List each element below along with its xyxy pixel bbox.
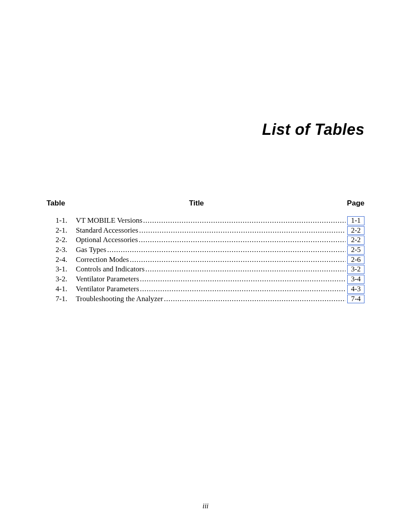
dot-leader (138, 226, 346, 235)
entry-title: Troubleshooting the Analyzer (76, 295, 163, 303)
entry-page-link[interactable]: 7-4 (347, 295, 364, 304)
entry-number: 3-1. (47, 265, 67, 274)
toc-row: 2-1. Standard Accessories 2-2 (47, 226, 364, 235)
dot-leader (145, 265, 346, 274)
entry-page-link[interactable]: 2-2 (347, 226, 364, 235)
entry-page-link[interactable]: 2-2 (347, 236, 364, 245)
toc-row: 2-3. Gas Types 2-5 (47, 246, 364, 255)
header-page: Page (339, 199, 364, 208)
entry-number: 4-1. (47, 285, 67, 293)
entry-title: Correction Modes (76, 255, 129, 264)
page-title: List of Tables (47, 0, 364, 139)
entry-number: 2-2. (47, 236, 67, 244)
entry-number: 7-1. (47, 295, 67, 303)
entry-title: VT MOBILE Versions (76, 216, 142, 225)
toc-header: Table Title Page (47, 199, 364, 208)
entry-title: Standard Accessories (76, 226, 138, 235)
dot-leader (163, 295, 346, 303)
entry-title: Controls and Indicators (76, 265, 145, 274)
entry-title: Ventilator Parameters (76, 285, 139, 293)
dot-leader (142, 216, 346, 225)
toc-row: 4-1. Ventilator Parameters 4-3 (47, 285, 364, 294)
toc-row: 3-2. Ventilator Parameters 3-4 (47, 275, 364, 284)
toc-row: 2-4. Correction Modes 2-6 (47, 255, 364, 264)
entry-number: 3-2. (47, 275, 67, 283)
header-table: Table (47, 199, 76, 208)
dot-leader (139, 285, 346, 293)
dot-leader (139, 275, 346, 283)
entry-number: 2-4. (47, 255, 67, 264)
page-number: iii (0, 502, 411, 510)
entry-page-link[interactable]: 3-2 (347, 265, 364, 274)
entry-page-link[interactable]: 2-5 (347, 246, 364, 255)
dot-leader (106, 246, 346, 254)
entry-title: Gas Types (76, 246, 106, 254)
toc-row: 1-1. VT MOBILE Versions 1-1 (47, 216, 364, 225)
page-container: List of Tables Table Title Page 1-1. VT … (0, 0, 411, 532)
entry-number: 2-3. (47, 246, 67, 254)
dot-leader (138, 236, 346, 244)
toc-row: 2-2. Optional Accessories 2-2 (47, 236, 364, 245)
entry-page-link[interactable]: 3-4 (347, 275, 364, 284)
entry-page-link[interactable]: 1-1 (347, 216, 364, 225)
entry-page-link[interactable]: 4-3 (347, 285, 364, 294)
dot-leader (129, 255, 346, 264)
toc-container: Table Title Page 1-1. VT MOBILE Versions… (47, 199, 364, 303)
entry-title: Ventilator Parameters (76, 275, 139, 283)
toc-row: 7-1. Troubleshooting the Analyzer 7-4 (47, 295, 364, 304)
entry-title: Optional Accessories (76, 236, 138, 244)
entry-page-link[interactable]: 2-6 (347, 255, 364, 264)
entry-number: 2-1. (47, 226, 67, 235)
toc-row: 3-1. Controls and Indicators 3-2 (47, 265, 364, 274)
entry-number: 1-1. (47, 216, 67, 225)
toc-entries: 1-1. VT MOBILE Versions 1-1 2-1. Standar… (47, 216, 364, 303)
header-title: Title (76, 199, 339, 208)
